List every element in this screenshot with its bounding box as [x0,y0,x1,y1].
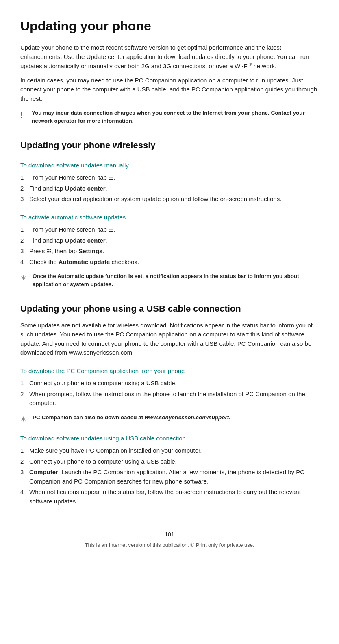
warning-box: ! You may incur data connection charges … [20,109,319,126]
list-item: 1 From your Home screen, tap ☷. [20,173,319,182]
subsection1-heading: To download software updates manually [20,161,319,170]
tip-box-2: ✶ PC Companion can also be downloaded at… [20,414,319,425]
tip-text-1: Once the Automatic update function is se… [33,272,319,289]
list-item: 4 Check the Automatic update checkbox. [20,258,319,267]
tip-box-1: ✶ Once the Automatic update function is … [20,272,319,289]
subsection4-heading: To download software updates using a USB… [20,434,319,443]
list-item: 3 Computer: Launch the PC Companion appl… [20,468,319,486]
intro-paragraph-1: Update your phone to the most recent sof… [20,43,319,71]
list-item: 2 When prompted, follow the instructions… [20,390,319,408]
list-item: 4 When notifications appear in the statu… [20,488,319,506]
list-item: 2 Connect your phone to a computer using… [20,457,319,466]
section2-title: Updating your phone using a USB cable co… [20,302,319,315]
list-item: 2 Find and tap Update center. [20,184,319,193]
intro-paragraph-2: In certain cases, you may need to use th… [20,76,319,104]
pc-companion-download-steps: 1 Connect your phone to a computer using… [20,379,319,408]
subsection2-heading: To activate automatic software updates [20,213,319,222]
tip-text-2: PC Companion can also be downloaded at w… [33,414,230,422]
subsection3-heading: To download the PC Companion application… [20,366,319,376]
page-title: Updating your phone [20,16,319,36]
footer-text: This is an Internet version of this publ… [20,541,319,549]
warning-icon: ! [20,109,28,121]
auto-update-steps: 1 From your Home screen, tap ☷. 2 Find a… [20,225,319,267]
footer: 101 This is an Internet version of this … [20,530,319,549]
section2-intro: Some updates are not available for wirel… [20,321,319,358]
manual-update-steps: 1 From your Home screen, tap ☷. 2 Find a… [20,173,319,204]
list-item: 3 Select your desired application or sys… [20,195,319,204]
list-item: 3 Press ☷, then tap Settings. [20,247,319,256]
page-number: 101 [20,530,319,539]
tip-icon: ✶ [20,273,29,284]
list-item: 2 Find and tap Update center. [20,236,319,245]
list-item: 1 Connect your phone to a computer using… [20,379,319,388]
list-item: 1 From your Home screen, tap ☷. [20,225,319,234]
section1-title: Updating your phone wirelessly [20,139,319,152]
warning-text: You may incur data connection charges wh… [32,109,319,126]
tip-icon-2: ✶ [20,414,29,425]
list-item: 1 Make sure you have PC Companion instal… [20,446,319,455]
usb-update-steps: 1 Make sure you have PC Companion instal… [20,446,319,506]
